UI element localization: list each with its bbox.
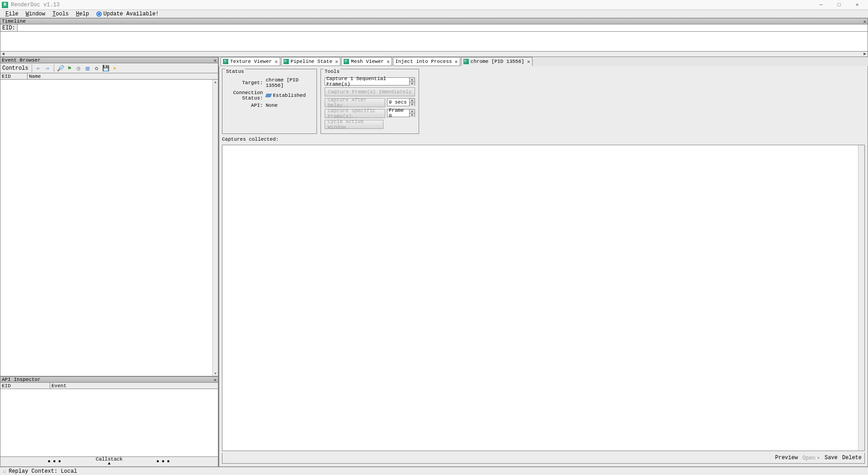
timeline-close-icon[interactable]: ✕	[863, 19, 866, 24]
connection-status-text: Established	[273, 93, 306, 98]
flag-icon[interactable]: ⚑	[66, 64, 74, 72]
tools-groupbox: Tools Capture 1 Sequential Frame(s) ▲▼ C…	[321, 69, 419, 134]
col-eid[interactable]: EID	[0, 383, 50, 389]
eid-label: EID:	[0, 24, 18, 31]
grip-dots-icon[interactable]: •••	[47, 458, 63, 466]
captures-list[interactable]	[222, 145, 865, 451]
menu-update-available[interactable]: Update Available!	[93, 11, 162, 17]
magnify-icon: 🔍	[283, 59, 289, 64]
scroll-left-icon[interactable]: ◄	[0, 52, 6, 57]
tab-pipeline-state[interactable]: 🔍 Pipeline State ✕	[281, 57, 341, 66]
tab-close-icon[interactable]: ✕	[455, 58, 458, 65]
histogram-icon[interactable]: ▥	[84, 64, 92, 72]
clock-icon[interactable]: ◷	[75, 64, 83, 72]
menu-bar: File Window Tools Help Update Available!	[0, 10, 868, 18]
app-title: RenderDoc v1.13	[11, 2, 812, 8]
tab-texture-viewer[interactable]: 🔍 Texture Viewer ✕	[221, 57, 280, 66]
event-table-header: EID Name	[0, 73, 218, 80]
main-area: Event Browser ✕ Controls ⇐ ⇒ 🔎 ⚑ ◷ ▥ ✿ 💾…	[0, 57, 868, 467]
left-column: Event Browser ✕ Controls ⇐ ⇒ 🔎 ⚑ ◷ ▥ ✿ 💾…	[0, 57, 219, 467]
capture-now-button[interactable]: Capture Frame(s) Immediately	[325, 87, 415, 96]
tab-label: Mesh Viewer	[351, 59, 384, 64]
spinner-icon[interactable]: ▲▼	[409, 78, 415, 85]
event-browser-panel: Event Browser ✕ Controls ⇐ ⇒ 🔎 ⚑ ◷ ▥ ✿ 💾…	[0, 57, 218, 376]
menu-tools[interactable]: Tools	[49, 11, 72, 17]
captures-collected-label: Captures collected:	[222, 136, 865, 143]
star-icon[interactable]: ✶	[111, 64, 119, 72]
magnify-icon: 🔍	[463, 59, 469, 64]
save-button[interactable]: Save	[825, 455, 838, 461]
capture-sequential-combo[interactable]: Capture 1 Sequential Frame(s) ▲▼	[325, 77, 415, 86]
tab-label: Pipeline State	[291, 59, 332, 64]
preview-button[interactable]: Preview	[775, 455, 798, 461]
target-value: chrome [PID 13556]	[266, 77, 313, 88]
col-event[interactable]: Event	[50, 383, 218, 389]
specific-frame-input[interactable]: Frame 0 ▲▼	[387, 109, 415, 117]
spinner-icon[interactable]: ▲▼	[409, 99, 415, 106]
delay-value-input[interactable]: 0 secs ▲▼	[387, 98, 415, 106]
event-browser-close-icon[interactable]: ✕	[213, 57, 217, 63]
tab-close-icon[interactable]: ✕	[335, 58, 338, 65]
tab-strip: 🔍 Texture Viewer ✕ 🔍 Pipeline State ✕ 🔍 …	[219, 57, 868, 66]
tools-legend: Tools	[324, 69, 340, 74]
binoculars-icon[interactable]: 🔎	[57, 64, 65, 72]
menu-help[interactable]: Help	[72, 11, 93, 17]
captures-button-bar: Preview Open ▾ Save Delete	[222, 453, 865, 464]
col-name[interactable]: Name	[28, 73, 218, 79]
menu-window[interactable]: Window	[22, 11, 49, 17]
captures-scrollbar[interactable]	[858, 145, 864, 451]
save-icon[interactable]: 💾	[102, 64, 110, 72]
cycle-active-window-button[interactable]: Cycle Active Window	[325, 120, 383, 129]
api-inspector-close-icon[interactable]: ✕	[213, 377, 217, 383]
open-button[interactable]: Open ▾	[802, 455, 820, 461]
tab-close-icon[interactable]: ✕	[527, 58, 530, 65]
col-eid[interactable]: EID	[0, 73, 28, 79]
tab-label: Inject into Process	[395, 59, 452, 64]
tab-inject-into-process[interactable]: Inject into Process ✕	[393, 57, 460, 66]
capture-after-delay-button[interactable]: Capture After Delay..	[325, 98, 385, 107]
delete-button[interactable]: Delete	[842, 455, 862, 461]
specific-frame-value: Frame 0	[387, 109, 409, 117]
status-bar: ⌂ Replay Context: Local	[0, 467, 868, 475]
open-label: Open	[802, 455, 816, 461]
plug-icon	[265, 94, 272, 97]
event-table-body[interactable]	[0, 80, 218, 376]
prev-arrow-icon[interactable]: ⇐	[34, 64, 42, 72]
cog-icon[interactable]: ✿	[93, 64, 101, 72]
menu-file[interactable]: File	[2, 11, 22, 17]
api-inspector-header: API Inspector ✕	[0, 376, 218, 383]
timeline-eid-row: EID:	[0, 24, 868, 32]
api-table-header: EID Event	[0, 383, 218, 389]
scroll-right-icon[interactable]: ►	[862, 52, 868, 57]
home-icon[interactable]: ⌂	[3, 468, 6, 475]
event-browser-scrollbar[interactable]	[212, 80, 218, 376]
spinner-icon[interactable]: ▲▼	[409, 109, 415, 117]
event-browser-title: Event Browser	[2, 57, 41, 63]
capture-panel: Status Target: chrome [PID 13556] Connec…	[219, 66, 868, 467]
tab-mesh-viewer[interactable]: 🔍 Mesh Viewer ✕	[341, 57, 392, 66]
delay-value: 0 secs	[387, 99, 409, 106]
connection-status-label: Connection Status:	[226, 90, 263, 101]
api-table-body[interactable]	[0, 389, 218, 457]
magnify-icon: 🔍	[223, 59, 228, 64]
timeline-scrollbar[interactable]: ◄ ►	[0, 52, 868, 57]
magnify-icon: 🔍	[344, 59, 349, 64]
close-window-button[interactable]: ✕	[848, 0, 866, 10]
connection-status-value: Established	[266, 93, 313, 98]
eid-input[interactable]	[18, 24, 868, 31]
controls-label: Controls	[2, 65, 28, 71]
capture-specific-frames-button[interactable]: Capture Specific Frame(s)..	[325, 109, 385, 118]
callstack-toggle[interactable]: Callstack ▲	[96, 456, 123, 466]
tab-close-icon[interactable]: ✕	[387, 58, 390, 65]
tab-chrome-pid[interactable]: 🔍 chrome [PID 13556] ✕	[461, 57, 533, 66]
maximize-button[interactable]: □	[830, 0, 848, 10]
update-label: Update Available!	[104, 11, 159, 17]
next-arrow-icon[interactable]: ⇒	[43, 64, 52, 72]
timeline-track[interactable]	[0, 32, 868, 52]
tab-close-icon[interactable]: ✕	[274, 58, 278, 65]
grip-dots-icon[interactable]: •••	[156, 458, 171, 466]
minimize-button[interactable]: —	[812, 0, 830, 10]
api-inspector-panel: API Inspector ✕ EID Event ••• Callstack …	[0, 376, 218, 467]
event-browser-header: Event Browser ✕	[0, 57, 218, 63]
chevron-up-icon: ▲	[96, 462, 123, 466]
